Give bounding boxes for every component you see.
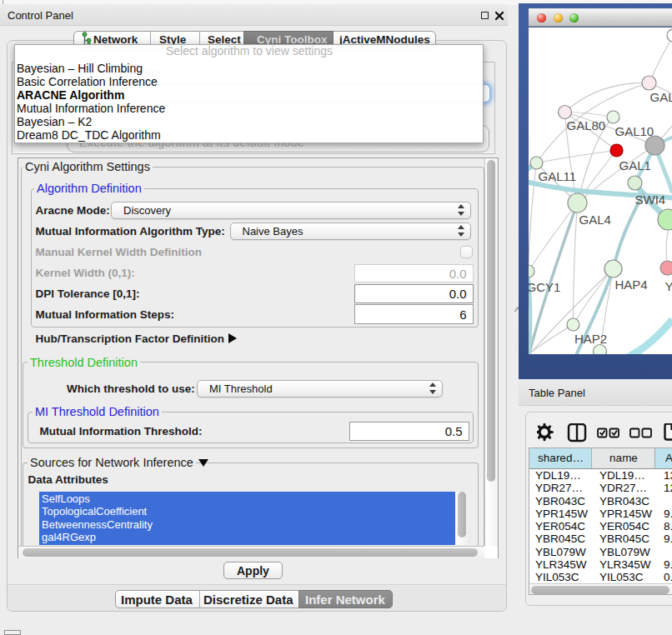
svg-text:Y: Y (664, 278, 672, 292)
svg-text:HAP2: HAP2 (574, 332, 607, 346)
svg-text:GAL2: GAL2 (649, 89, 672, 103)
svg-text:SWI4: SWI4 (634, 192, 665, 206)
svg-text:GAL80: GAL80 (566, 118, 605, 132)
svg-text:GAL4: GAL4 (579, 212, 610, 226)
svg-text:GAL10: GAL10 (614, 124, 654, 138)
svg-text:GCY1: GCY1 (529, 280, 560, 294)
svg-text:GAL11: GAL11 (538, 169, 576, 183)
svg-text:GAL1: GAL1 (619, 158, 650, 172)
svg-text:HAP4: HAP4 (614, 278, 647, 292)
